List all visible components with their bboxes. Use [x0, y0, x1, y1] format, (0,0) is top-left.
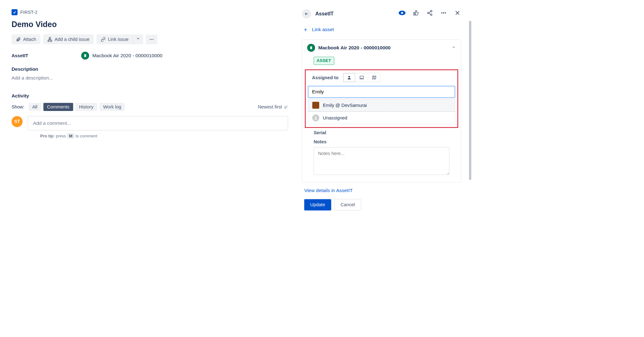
user-avatar-icon — [312, 102, 319, 109]
collapse-button[interactable] — [452, 45, 456, 50]
link-icon — [101, 37, 106, 42]
issue-title[interactable]: Demo Video — [12, 20, 288, 29]
close-button[interactable] — [454, 9, 461, 16]
svg-rect-2 — [50, 40, 52, 41]
cancel-button[interactable]: Cancel — [334, 199, 361, 210]
eye-icon — [399, 10, 406, 15]
chevron-down-icon — [136, 37, 140, 41]
svg-rect-6 — [84, 54, 86, 57]
sort-desc-icon — [284, 105, 288, 109]
more-button[interactable] — [440, 9, 447, 16]
sort-button[interactable]: Newest first — [258, 104, 288, 110]
svg-point-3 — [150, 39, 151, 40]
svg-rect-1 — [48, 40, 49, 41]
task-type-icon — [12, 9, 18, 15]
watch-button[interactable] — [398, 9, 406, 16]
svg-point-5 — [153, 39, 153, 40]
link-issue-button[interactable]: Link issue — [97, 34, 133, 44]
svg-rect-7 — [310, 47, 312, 49]
svg-point-13 — [430, 10, 432, 12]
svg-point-16 — [441, 12, 442, 14]
tab-comments[interactable]: Comments — [43, 103, 73, 111]
assign-type-location[interactable] — [368, 73, 380, 82]
svg-point-15 — [430, 14, 432, 15]
svg-point-10 — [315, 117, 316, 118]
assigned-to-label: Assigned to — [312, 75, 338, 80]
dots-icon — [441, 10, 447, 16]
show-label: Show: — [12, 104, 25, 110]
breadcrumb[interactable]: FIRST-2 — [12, 9, 288, 15]
share-button[interactable] — [426, 9, 433, 16]
laptop-icon — [359, 75, 364, 80]
assign-type-device[interactable] — [356, 73, 368, 82]
serial-label: Serial — [307, 130, 456, 135]
svg-rect-9 — [360, 76, 364, 78]
sidebar-app-name: AssetIT — [315, 11, 334, 17]
svg-point-14 — [428, 12, 429, 14]
tree-icon — [47, 37, 52, 42]
notes-label: Notes — [307, 139, 456, 145]
notes-textarea[interactable] — [314, 147, 450, 175]
arrow-left-icon — [304, 12, 309, 16]
assignee-option-emily[interactable]: Emily @ DevSamurai — [308, 99, 455, 112]
map-icon — [372, 75, 377, 80]
asset-icon — [81, 52, 89, 59]
scrollbar[interactable] — [469, 21, 471, 180]
svg-point-17 — [443, 12, 444, 14]
add-child-issue-button[interactable]: Add a child issue — [43, 34, 94, 44]
tab-history[interactable]: History — [75, 103, 97, 111]
user-avatar: ST — [12, 116, 23, 127]
svg-point-4 — [151, 39, 152, 40]
pro-tip: Pro tip: press M to comment — [40, 134, 288, 138]
svg-point-18 — [445, 12, 446, 14]
activity-heading: Activity — [12, 93, 288, 99]
view-details-link[interactable]: View details in AssetIT — [304, 188, 353, 193]
asset-type-badge: ASSET — [314, 57, 334, 65]
back-button[interactable] — [302, 9, 311, 18]
more-actions-button[interactable] — [146, 35, 158, 44]
asset-card-title[interactable]: Macbook Air 2020 - 0000010000 — [307, 44, 391, 52]
link-issue-dropdown[interactable] — [133, 34, 143, 44]
description-heading: Description — [12, 66, 288, 72]
unassigned-avatar-icon — [312, 114, 319, 121]
update-button[interactable]: Update — [304, 199, 331, 210]
link-asset-button[interactable]: ＋ Link asset — [302, 24, 461, 39]
thumbs-up-icon — [413, 10, 419, 16]
assetit-field-label: AssetIT — [12, 53, 28, 58]
assignee-option-unassigned[interactable]: Unassigned — [308, 112, 455, 124]
chevron-up-icon — [452, 45, 456, 49]
svg-point-12 — [401, 12, 403, 14]
tab-worklog[interactable]: Work log — [99, 103, 125, 111]
attach-button[interactable]: Attach — [12, 34, 41, 44]
svg-point-8 — [348, 76, 350, 78]
dots-icon — [149, 37, 154, 42]
tab-all[interactable]: All — [29, 103, 41, 111]
issue-key[interactable]: FIRST-2 — [20, 9, 38, 15]
close-icon — [454, 10, 460, 16]
highlighted-region: Assigned to — [305, 69, 458, 128]
paperclip-icon — [16, 37, 21, 42]
assign-type-user[interactable] — [343, 73, 356, 82]
assetit-field-value[interactable]: Macbook Air 2020 - 0000010000 — [81, 52, 163, 59]
assignee-search-input[interactable] — [308, 86, 455, 98]
person-icon — [347, 75, 352, 80]
asset-icon — [307, 44, 315, 52]
comment-input[interactable]: Add a comment... — [28, 116, 288, 130]
svg-rect-0 — [49, 37, 50, 38]
description-input[interactable]: Add a description... — [12, 75, 288, 81]
share-icon — [427, 10, 433, 16]
plus-icon: ＋ — [303, 25, 308, 34]
vote-button[interactable] — [412, 9, 419, 16]
assignee-dropdown: Emily @ DevSamurai Unassigned — [308, 99, 455, 124]
